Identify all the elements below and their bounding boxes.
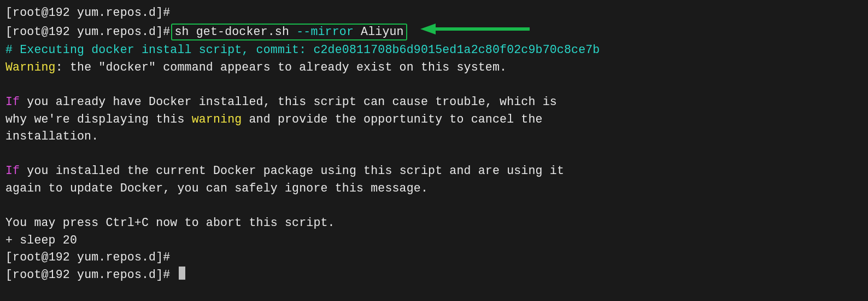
- warning-label: Warning: [5, 61, 56, 74]
- prompt-hash: #: [163, 6, 170, 19]
- exec-line: # Executing docker install script, commi…: [5, 42, 863, 59]
- svg-marker-1: [420, 24, 436, 34]
- cursor-icon: [179, 267, 185, 280]
- abort-line: You may press Ctrl+C now to abort this s…: [5, 215, 863, 232]
- para2-line2: again to update Docker, you can safely i…: [5, 180, 863, 198]
- prompt-cwd: yum.repos.d: [77, 6, 156, 19]
- arrow-icon: [420, 22, 530, 42]
- para1-line3: installation.: [5, 128, 863, 146]
- prompt-host: 192: [49, 6, 70, 19]
- prompt-user: root: [13, 6, 41, 19]
- command-line[interactable]: [root@192 yum.repos.d]#sh get-docker.sh …: [5, 22, 863, 42]
- cmd-arg: Aliyun: [361, 25, 404, 38]
- prompt-line-active[interactable]: [root@192 yum.repos.d]#: [5, 267, 863, 284]
- prompt-line: [root@192 yum.repos.d]#: [5, 4, 863, 22]
- prompt-line: [root@192 yum.repos.d]#: [5, 249, 863, 267]
- warning-line: Warning: the "docker" command appears to…: [5, 59, 863, 77]
- para1-line1: If you already have Docker installed, th…: [5, 94, 863, 111]
- cmd-script: get-docker.sh: [196, 25, 289, 38]
- commit-hash: c2de0811708b6d9015ed1a2c80f02c9b70c8ce7b: [313, 43, 600, 56]
- cmd-flag: --mirror: [296, 25, 354, 38]
- para1-line2: why we're displaying this warning and pr…: [5, 111, 863, 129]
- sleep-line: + sleep 20: [5, 232, 863, 250]
- para2-line1: If you installed the current Docker pack…: [5, 163, 863, 180]
- cmd-bin: sh: [174, 25, 189, 38]
- warning-word: warning: [192, 113, 242, 126]
- command-highlight-box: sh get-docker.sh --mirror Aliyun: [171, 24, 407, 41]
- blank-line: [5, 198, 863, 215]
- blank-line: [5, 146, 863, 163]
- blank-line: [5, 76, 863, 94]
